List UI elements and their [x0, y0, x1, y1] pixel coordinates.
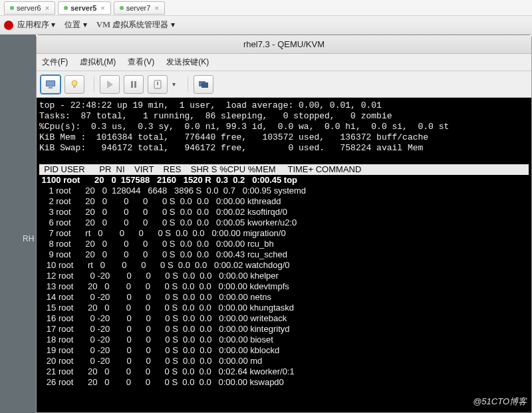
apps-menu[interactable]: 应用程序 ▾ — [17, 19, 55, 31]
process-row: 1 root 20 0 128044 6648 3896 S 0.0 0.7 0… — [39, 186, 529, 196]
svg-rect-11 — [201, 82, 208, 88]
vm-console-window: rhel7.3 - QEMU/KVM 文件(F) 虚拟机(M) 查看(V) 发送… — [36, 35, 532, 413]
process-row: 14 root 0 -20 0 0 0 S 0.0 0.0 0:00.00 ne… — [39, 292, 529, 303]
svg-rect-7 — [134, 81, 136, 88]
play-icon — [104, 79, 115, 90]
svg-rect-2 — [49, 87, 53, 88]
toolbar-separator — [94, 76, 94, 92]
pause-button[interactable] — [124, 75, 144, 94]
places-menu[interactable]: 位置 ▾ — [65, 19, 86, 31]
fullscreen-button[interactable] — [194, 75, 213, 94]
connection-tabs: server6×server5×server7× — [0, 0, 532, 16]
toolbar-separator — [188, 76, 188, 92]
lightbulb-icon — [69, 79, 80, 90]
tab-label: server5 — [70, 4, 96, 12]
vmm-icon: VM — [96, 19, 111, 29]
tab-label: server7 — [126, 4, 151, 12]
svg-rect-4 — [73, 86, 76, 88]
monitor-icon — [45, 79, 56, 90]
connection-tab[interactable]: server6× — [4, 1, 55, 15]
redhat-logo-icon — [4, 21, 13, 30]
process-row: 26 root 20 0 0 0 0 S 0.0 0.0 0:00.00 ksw… — [39, 377, 529, 388]
process-row: 7 root rt 0 0 0 0 S 0.0 0.0 0:00.00 migr… — [39, 228, 529, 239]
process-row: 19 root 0 -20 0 0 0 S 0.0 0.0 0:00.00 kb… — [39, 345, 529, 356]
play-button[interactable] — [100, 75, 120, 94]
process-row: 9 root 20 0 0 0 0 S 0.0 0.0 0:00.43 rcu_… — [39, 249, 529, 260]
window-menubar: 文件(F) 虚拟机(M) 查看(V) 发送按键(K) — [37, 54, 531, 71]
svg-marker-5 — [107, 80, 113, 88]
svg-point-3 — [72, 80, 77, 86]
tab-label: server6 — [17, 4, 41, 12]
window-titlebar: rhel7.3 - QEMU/KVM — [37, 35, 531, 54]
terminal-output[interactable]: top - 22:48:22 up 19 min, 1 user, load a… — [37, 98, 531, 412]
svg-rect-9 — [157, 82, 158, 85]
close-icon[interactable]: × — [45, 4, 49, 12]
gnome-top-bar: 应用程序 ▾ 位置 ▾ VM虚拟系统管理器 ▾ — [0, 16, 532, 35]
svg-rect-6 — [131, 81, 133, 88]
watermark: @51CTO博客 — [473, 396, 527, 408]
process-header-row: PID USER PR NI VIRT RES SHR S %CPU %MEM … — [39, 164, 529, 175]
shutdown-button[interactable] — [148, 75, 168, 94]
process-row: 1100 root 20 0 157588 2160 1520 R 0.3 0.… — [39, 175, 529, 186]
fullscreen-icon — [198, 79, 209, 90]
side-label: RH — [23, 234, 34, 243]
process-row: 2 root 20 0 0 0 0 S 0.0 0.0 0:00.00 kthr… — [39, 196, 529, 207]
connection-tab[interactable]: server7× — [114, 1, 165, 15]
info-button[interactable] — [65, 75, 84, 94]
close-icon[interactable]: × — [100, 4, 104, 12]
process-row: 15 root 20 0 0 0 0 S 0.0 0.0 0:00.00 khu… — [39, 303, 529, 313]
close-icon[interactable]: × — [154, 4, 158, 12]
menu-file[interactable]: 文件(F) — [42, 57, 68, 68]
process-row: 8 root 20 0 0 0 0 S 0.0 0.0 0:00.00 rcu_… — [39, 239, 529, 249]
connection-tab[interactable]: server5× — [58, 1, 111, 15]
process-row: 3 root 20 0 0 0 0 S 0.0 0.0 0:00.02 ksof… — [39, 207, 529, 217]
process-row: 21 root 20 0 0 0 0 S 0.0 0.0 0:02.64 kwo… — [39, 366, 529, 377]
process-row: 20 root 0 -20 0 0 0 S 0.0 0.0 0:00.00 md — [39, 356, 529, 366]
menu-sendkey[interactable]: 发送按键(K) — [166, 57, 209, 68]
menu-view[interactable]: 查看(V) — [128, 57, 154, 68]
menu-vm[interactable]: 虚拟机(M) — [80, 57, 116, 68]
desktop-background: RH — [0, 35, 36, 413]
process-row: 12 root 0 -20 0 0 0 S 0.0 0.0 0:00.00 kh… — [39, 271, 529, 281]
power-icon — [152, 79, 163, 90]
process-row: 17 root 0 -20 0 0 0 S 0.0 0.0 0:00.00 ki… — [39, 324, 529, 335]
status-dot-icon — [64, 6, 68, 10]
process-row: 10 root rt 0 0 0 0 S 0.0 0.0 0:00.02 wat… — [39, 260, 529, 271]
console-button[interactable] — [41, 75, 61, 94]
process-row: 6 root 20 0 0 0 0 S 0.0 0.0 0:00.05 kwor… — [39, 217, 529, 228]
process-row: 13 root 20 0 0 0 0 S 0.0 0.0 0:00.00 kde… — [39, 281, 529, 292]
pause-icon — [128, 79, 139, 90]
status-dot-icon — [10, 6, 14, 10]
vmm-menu[interactable]: VM虚拟系统管理器 ▾ — [96, 19, 175, 31]
process-row: 18 root 0 -20 0 0 0 S 0.0 0.0 0:00.00 bi… — [39, 335, 529, 345]
svg-rect-1 — [47, 81, 55, 86]
status-dot-icon — [120, 6, 124, 10]
shutdown-dropdown[interactable]: ▾ — [169, 80, 178, 88]
vm-toolbar: ▾ — [37, 71, 531, 98]
process-row: 16 root 0 -20 0 0 0 S 0.0 0.0 0:00.00 wr… — [39, 313, 529, 324]
